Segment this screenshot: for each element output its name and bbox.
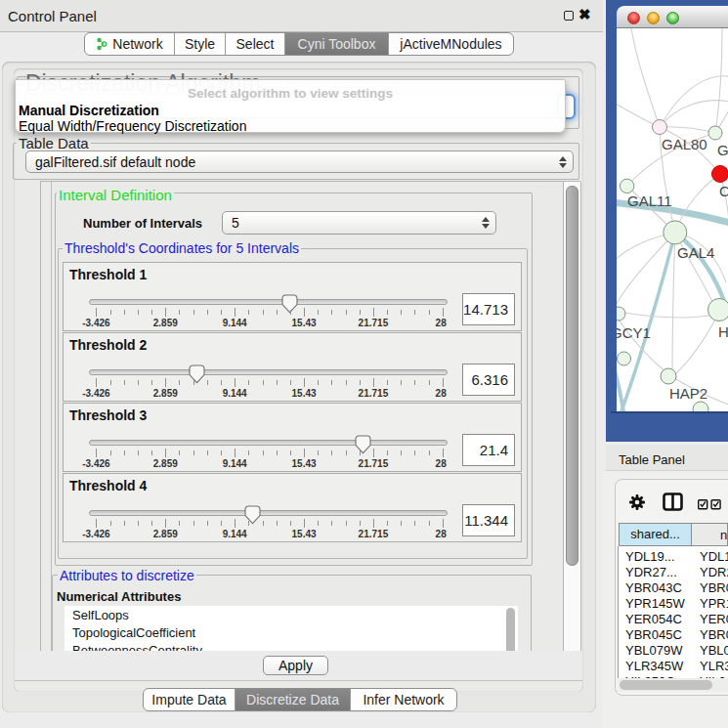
svg-text:GAL4: GAL4: [677, 244, 714, 261]
svg-text:HAP2: HAP2: [669, 385, 707, 402]
svg-text:GAL11: GAL11: [627, 193, 672, 209]
svg-text:G.: G.: [717, 142, 728, 158]
svg-text:GAL80: GAL80: [662, 136, 707, 152]
svg-text:C: C: [719, 183, 728, 199]
svg-text:GCY1: GCY1: [617, 324, 651, 341]
svg-text:H: H: [718, 323, 728, 340]
